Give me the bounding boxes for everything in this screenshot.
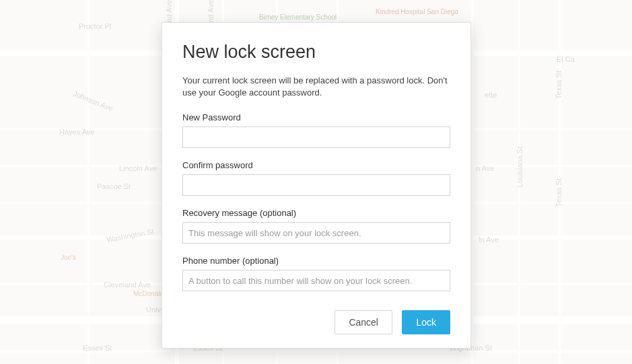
dialog-title: New lock screen bbox=[182, 42, 450, 63]
recovery-message-input[interactable] bbox=[182, 222, 450, 244]
new-password-label: New Password bbox=[182, 112, 450, 122]
phone-number-input[interactable] bbox=[182, 270, 450, 291]
confirm-password-input[interactable] bbox=[182, 174, 450, 196]
cancel-button[interactable]: Cancel bbox=[335, 310, 392, 334]
phone-number-group: Phone number (optional) bbox=[182, 256, 450, 291]
confirm-password-group: Confirm password bbox=[182, 160, 450, 196]
dialog-actions: Cancel Lock bbox=[182, 310, 450, 334]
dialog-description: Your current lock screen will be replace… bbox=[182, 75, 450, 99]
phone-number-label: Phone number (optional) bbox=[182, 256, 450, 266]
confirm-password-label: Confirm password bbox=[182, 160, 450, 170]
recovery-message-group: Recovery message (optional) bbox=[182, 208, 450, 244]
new-password-input[interactable] bbox=[182, 126, 450, 148]
recovery-message-label: Recovery message (optional) bbox=[182, 208, 450, 218]
lock-button[interactable]: Lock bbox=[402, 310, 450, 334]
new-password-group: New Password bbox=[182, 112, 450, 148]
lock-screen-dialog: New lock screen Your current lock screen… bbox=[162, 22, 471, 349]
